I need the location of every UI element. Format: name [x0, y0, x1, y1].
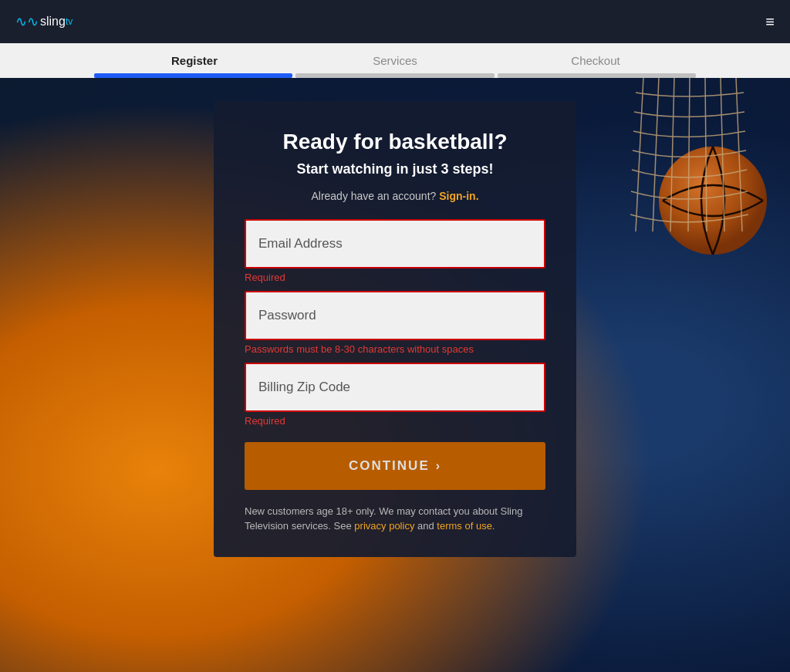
navbar: ∿∿ slingtv ≡	[0, 0, 790, 43]
already-account-text: Already have an account? Sign-in.	[245, 190, 545, 202]
terms-of-use-link[interactable]: terms of use.	[437, 520, 495, 532]
form-headline: Ready for basketball?	[245, 129, 545, 155]
password-input[interactable]	[245, 291, 545, 340]
logo-sling-text: sling	[40, 15, 66, 29]
continue-button[interactable]: CONTINUE ›	[245, 442, 545, 490]
logo: ∿∿ slingtv	[15, 13, 73, 30]
email-input[interactable]	[245, 219, 545, 268]
registration-form-card: Ready for basketball? Start watching in …	[214, 101, 576, 557]
continue-label: CONTINUE	[349, 458, 430, 474]
step-bar-services	[295, 73, 494, 78]
step-bar-checkout	[498, 73, 696, 78]
main-content: Ready for basketball? Start watching in …	[0, 78, 790, 557]
password-note: Passwords must be 8-30 characters withou…	[245, 343, 545, 355]
steps-container: Register Services Checkout	[0, 43, 790, 78]
fine-print: New customers age 18+ only. We may conta…	[245, 504, 545, 534]
steps-bars	[94, 73, 696, 78]
steps-labels: Register Services Checkout	[94, 54, 696, 67]
logo-waves-icon: ∿∿	[15, 13, 39, 30]
zip-error: Required	[245, 415, 545, 427]
email-field-group: Required	[245, 219, 545, 283]
logo-tv-text: tv	[66, 16, 73, 27]
chevron-right-icon: ›	[436, 459, 441, 473]
password-field-group: Passwords must be 8-30 characters withou…	[245, 291, 545, 355]
step-register-label: Register	[94, 54, 295, 67]
step-checkout-label: Checkout	[495, 54, 696, 67]
step-bar-register	[94, 73, 292, 78]
sign-in-link[interactable]: Sign-in.	[439, 190, 478, 202]
zip-input[interactable]	[245, 363, 545, 412]
privacy-policy-link[interactable]: privacy policy	[354, 520, 414, 532]
email-error: Required	[245, 272, 545, 283]
zip-field-group: Required	[245, 363, 545, 427]
step-services-label: Services	[295, 54, 495, 67]
hamburger-menu-icon[interactable]: ≡	[765, 13, 775, 31]
form-subheadline: Start watching in just 3 steps!	[245, 161, 545, 177]
